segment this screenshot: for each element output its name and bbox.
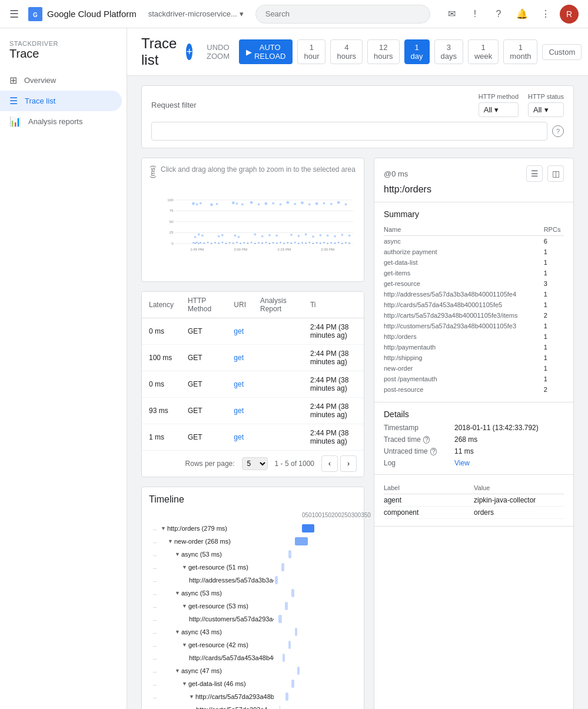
uri-link[interactable]: get: [234, 433, 244, 441]
timeline-toggle[interactable]: ▼: [175, 590, 180, 596]
panel-split-icon[interactable]: ◫: [547, 165, 564, 182]
sidebar-item-label: Analysis reports: [28, 117, 82, 126]
undo-zoom-button[interactable]: UNDO ZOOM: [202, 41, 234, 63]
cell-uri[interactable]: get: [227, 318, 253, 345]
svg-point-75: [247, 242, 248, 244]
rows-per-page-select[interactable]: 5 10 25: [242, 457, 268, 470]
label-value: orders: [474, 508, 564, 517]
timeline-row[interactable]: ...▼async (43 ms): [149, 625, 357, 638]
help-icon[interactable]: ?: [552, 125, 564, 137]
log-view-link[interactable]: View: [454, 459, 564, 467]
table-row[interactable]: 100 ms GET get 2:44 PM (38 minutes ag): [142, 345, 364, 371]
auto-reload-button[interactable]: ▶ AUTO RELOAD: [239, 39, 293, 64]
timeline-row[interactable]: ...▼get-resource (51 ms): [149, 561, 357, 574]
time-12hours-button[interactable]: 12 hours: [367, 39, 400, 64]
panel-view-icon[interactable]: ☰: [526, 165, 543, 182]
timeline-toggle[interactable]: ▼: [182, 564, 187, 570]
timeline-toggle[interactable]: ▼: [168, 538, 173, 544]
content-area: Request filter HTTP method All ▾ HTTP st…: [127, 76, 588, 709]
summary-name: post-resource: [384, 384, 544, 395]
time-1week-button[interactable]: 1 week: [468, 39, 499, 64]
http-status-select[interactable]: All ▾: [528, 102, 564, 117]
timeline-row[interactable]: ...▼http://carts/5a57da293a48b40001105fe…: [149, 690, 357, 703]
timeline-toggle[interactable]: ▼: [175, 551, 180, 557]
timeline-row[interactable]: ...▼async (53 ms): [149, 548, 357, 561]
cell-uri[interactable]: get: [227, 345, 253, 371]
time-custom-button[interactable]: Custom: [542, 44, 582, 60]
timeline-dots: ...: [149, 694, 161, 700]
help-icon[interactable]: ?: [430, 448, 437, 455]
timeline-toggle[interactable]: ▼: [182, 681, 187, 687]
timeline-row[interactable]: ...▼async (53 ms): [149, 587, 357, 600]
timeline-row[interactable]: ...▼async (47 ms): [149, 664, 357, 677]
help-icon[interactable]: ?: [423, 436, 430, 444]
timeline-bar-area: [295, 537, 357, 546]
svg-point-29: [238, 236, 240, 238]
timeline-bar-area: [281, 562, 357, 572]
table-row[interactable]: 93 ms GET get 2:44 PM (38 minutes ag): [142, 398, 364, 424]
timeline-row[interactable]: ...▼new-order (268 ms): [149, 535, 357, 548]
uri-link[interactable]: get: [234, 407, 244, 415]
timeline-row[interactable]: ...▼get-data-list (46 ms): [149, 677, 357, 690]
timeline-toggle[interactable]: ▼: [161, 525, 166, 531]
gcp-logo-icon: G: [28, 7, 42, 21]
time-1hour-button[interactable]: 1 hour: [297, 39, 325, 64]
http-method-select[interactable]: All ▾: [479, 102, 519, 117]
http-status-value: All: [533, 105, 542, 114]
alert-icon[interactable]: !: [466, 5, 484, 24]
summary-name: http:/paymentauth: [384, 342, 544, 352]
sidebar-item-trace-list[interactable]: ☰ Trace list: [0, 91, 122, 111]
timeline-row[interactable]: ...http://carts/5a57da293a48b40001105fe3…: [149, 703, 357, 709]
hamburger-icon[interactable]: ☰: [9, 8, 19, 21]
uri-link[interactable]: get: [234, 354, 244, 362]
filter-input[interactable]: [151, 122, 547, 141]
table-row[interactable]: 0 ms GET get 2:44 PM (38 minutes ag): [142, 318, 364, 345]
timeline-row[interactable]: ...▼get-resource (42 ms): [149, 638, 357, 651]
timeline-row[interactable]: ...http://addresses/5a57da3b3a48b4000110…: [149, 574, 357, 587]
timeline-toggle[interactable]: ▼: [182, 603, 187, 609]
cell-uri[interactable]: get: [227, 398, 253, 424]
time-3days-button[interactable]: 3 days: [434, 39, 463, 64]
timeline-row[interactable]: ...▼get-resource (53 ms): [149, 600, 357, 613]
svg-point-31: [250, 201, 253, 204]
timeline-bar: [288, 550, 291, 558]
time-1month-button[interactable]: 1 month: [503, 39, 537, 64]
timeline-toggle[interactable]: ▼: [175, 629, 180, 635]
cell-method: GET: [181, 318, 227, 345]
table-row[interactable]: 1 ms GET get 2:44 PM (38 minutes ag): [142, 424, 364, 451]
chevron-down-icon: ▾: [544, 105, 549, 114]
svg-point-71: [232, 242, 234, 244]
timeline-row[interactable]: ...▼http:/orders (279 ms): [149, 522, 357, 535]
timeline-section: Timeline 0 50 100 150 200 250 300 350 ..…: [141, 487, 364, 709]
more-icon[interactable]: ⋮: [536, 5, 555, 24]
cell-uri[interactable]: get: [227, 371, 253, 398]
time-1day-button[interactable]: 1 day: [404, 39, 430, 64]
notification-icon[interactable]: 🔔: [513, 5, 531, 24]
timeline-label: ▼http:/orders (279 ms): [161, 525, 302, 532]
sidebar-item-analysis-reports[interactable]: 📊 Analysis reports: [0, 111, 122, 132]
mail-icon[interactable]: ✉: [442, 5, 461, 24]
uri-link[interactable]: get: [234, 380, 244, 388]
svg-point-94: [316, 242, 317, 243]
table-row[interactable]: 0 ms GET get 2:44 PM (38 minutes ag): [142, 371, 364, 398]
table-footer: Rows per page: 5 10 25 1 - 5 of 1000 ‹ ›: [142, 451, 364, 477]
cell-uri[interactable]: get: [227, 424, 253, 451]
prev-page-button[interactable]: ‹: [321, 455, 338, 472]
svg-point-50: [323, 202, 325, 205]
timeline-row[interactable]: ...http://cards/5a57da453a48b40001105fe5…: [149, 651, 357, 664]
timeline-toggle[interactable]: ▼: [189, 694, 194, 700]
add-trace-button[interactable]: +: [186, 44, 192, 60]
time-4hours-button[interactable]: 4 hours: [330, 39, 363, 64]
search-input[interactable]: [255, 5, 430, 24]
project-selector[interactable]: stackdriver-microservice... ▾: [148, 9, 244, 18]
uri-link[interactable]: get: [234, 327, 244, 335]
timeline-toggle[interactable]: ▼: [182, 642, 187, 648]
sidebar-item-overview[interactable]: ⊞ Overview: [0, 70, 122, 91]
timeline-toggle[interactable]: ▼: [175, 668, 180, 674]
timeline-row[interactable]: ...http://customers/5a57da293a48b4000110…: [149, 613, 357, 625]
summary-section: Summary Name RPCs async 6 authorize paym…: [374, 202, 573, 402]
avatar[interactable]: R: [560, 5, 579, 24]
help-icon[interactable]: ?: [489, 5, 508, 24]
next-page-button[interactable]: ›: [340, 455, 357, 472]
svg-point-24: [218, 235, 220, 238]
